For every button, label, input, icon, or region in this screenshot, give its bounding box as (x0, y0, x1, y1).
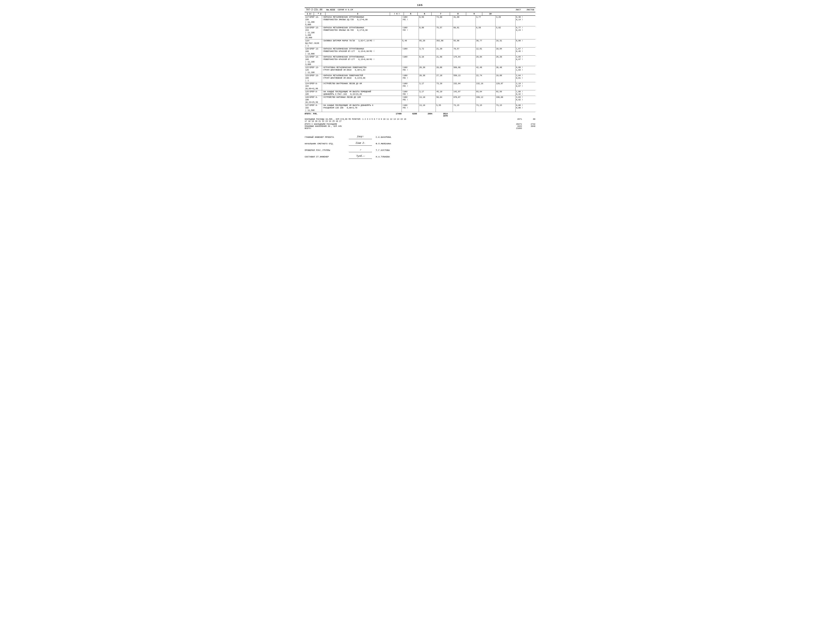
cell-c4: 0,56 (418, 16, 436, 26)
nakladnye-text: НАКЛАДНЫЕ РАСХОДЫ 16,50% , НУП К=0,00 ПО… (305, 118, 508, 120)
cell-desc: !НА КАЖДЫЕ ПОСЛЕДУЮЩИЕ 4М ВЫСОТЫ ПОМЕЩЕН… (322, 90, 402, 96)
stamp-label: Аа.XIII СЕРИЯ Н 0.СМ (326, 9, 512, 11)
cell-unit: 5,40 (401, 39, 418, 48)
sig-line-4: Тупб.— (349, 155, 372, 159)
itogo-s-nak-section: ИТОГО С НАКЛАДНЫМИ РАСХОДАМИ ПЛАНОВЫЕ НА… (305, 123, 535, 130)
nakladnye-row2: 17 18 19 20 21 22 23 24 25 26 27 (305, 120, 535, 122)
cell-c8: 5,82 (496, 26, 516, 39)
cell-c6: 670,07 (453, 96, 476, 104)
itogo-s-nak-text: ИТОГО С НАКЛАДНЫМИ РАСХОДАМИ ПЛАНОВЫЕ НА… (305, 123, 505, 130)
col-header-7: 7 (432, 12, 450, 15)
sig-title-1: ГЛАВНЫЙ ИНЖЕНЕР ПРОЕКТА (305, 136, 347, 138)
cell-unit: !100!!М2 ! (401, 26, 418, 39)
cell-c5: 75,57 (436, 26, 453, 39)
cell-desc: !ОКРАСКА МЕТАЛЛИЧЕСКИХ ОГРУНТОВАННЫХ!ПОВ… (322, 26, 402, 39)
cell-c7: 22,74 (476, 74, 496, 82)
table-row: 120!ЕРЕР 13-168| 13,000 !ОКРАСКА МЕТАЛЛИ… (305, 48, 535, 56)
sig-row-4: СОСТАВИЛ СТ.ИНЖЕНЕР Тупб.— Н.А.ТУВАЕВА (305, 155, 535, 159)
cell-c8: 10,94 (496, 48, 516, 56)
table-row: 125!ЕРЕР-8-195 !НА КАЖДЫЕ ПОСЛЕДУЮЩИЕ 4М… (305, 90, 535, 96)
cell-c8: 19,89 (496, 74, 516, 82)
cell-desc: !ОГРУНТОВКА МЕТАЛЛИЧЕСКИХ ПОВЕРХНОСТЕН!Г… (322, 66, 402, 74)
cell-c7: 6,59 (476, 26, 496, 39)
cell-c4: 20,30 (418, 74, 436, 82)
cell-unit: !100!!М2 ! (401, 104, 418, 112)
cell-unit: !100!!М2 ! (401, 96, 418, 104)
column-headers: 1 1! ^ 2 3 ! 4 ! 5 6 7 8 9 10 (305, 12, 535, 15)
cell-unit: !100!!М2 ! (401, 66, 418, 74)
nakladnye-section: НАКЛАДНЫЕ РАСХОДЫ 16,50% , НУП К=0,00 ПО… (305, 118, 535, 122)
cell-num: 124!ЕРЕР-8-19410,69+41,00 (305, 82, 322, 90)
cell-c9: 2,84 !0,81 ! (515, 74, 535, 82)
table-row: 117!ЕРЕР 13-150| 11,200 5,000 !ОКРАСКА М… (305, 16, 535, 26)
itogo-val4: 3514 1070 (436, 113, 448, 117)
col-header-1: 1 1! (305, 12, 314, 15)
cell-c7: 3,77 (476, 16, 496, 26)
sig-row-2: НАЧАЛЬНИК СМЕТНОГО ОТД. Ilwe 2- Ф.П.МИЛЕ… (305, 142, 535, 146)
cell-c9: 0,00 ! (515, 39, 535, 48)
cell-num: 123!ЕРЕР 13-169| 1 (305, 74, 322, 82)
main-table: 117!ЕРЕР 13-150| 11,200 5,000 !ОКРАСКА М… (305, 15, 535, 112)
cell-c6: 550,13 (453, 74, 476, 82)
sig-name-1: С.К.БАЧУРИНА (376, 136, 391, 138)
cell-c9: 2,19 !0,67 ! (515, 82, 535, 90)
itogo-s-nak-vals: 20271 1622 21893 (506, 123, 522, 130)
cell-c6: 142,97 (453, 90, 476, 96)
cell-unit: !100!!М2 ! (401, 90, 418, 96)
table-row: 122!ЕРЕР 13-126| 11,100 !ОГРУНТОВКА МЕТА… (305, 66, 535, 74)
sig-title-3: ПРОВЕРИЛ РУК!.ГРУППЫ (305, 149, 347, 151)
cell-unit: !100!!М2 ! (401, 82, 418, 90)
cell-desc: !ОКРАСКА МЕТАЛЛИЧЕСКИХ ПОВЕРХНОСТЕЙ!ГРУН… (322, 74, 402, 82)
cell-c9: 9,77 !0,23 ! (515, 26, 535, 39)
cell-c9: 3,65 !0,97 ! (515, 56, 535, 66)
itogo-val2: 6208 (405, 113, 417, 117)
itogo-s-nak-val4: 2732 3940 (524, 123, 535, 127)
doc-number: 707-2-22с.86 (306, 8, 322, 11)
cell-num: 118!ЕРЕР 13-153| 11,100 1,20015,000 (305, 26, 322, 39)
nakladnye-val2: 00 (524, 118, 535, 120)
col-header-10: 10 (482, 12, 499, 15)
cell-c5: 50,84 (436, 96, 453, 104)
cell-c5: 21,39 (436, 48, 453, 56)
cell-num: 117!ЕРЕР 13-150| 11,200 5,000 (305, 16, 322, 26)
cell-desc: !ОКРАСКА МЕТАЛЛИЧЕСКИХ ОГРУНТОВАННЫХ!ПОВ… (322, 16, 402, 26)
cell-desc: !УСТРОЙСТВО НАРУЖНЫХ ЛЕСОВ ДО 16М (322, 96, 402, 104)
cell-desc: !УСТРОЙСТВО ВНУТРЕННИХ ЛЕСОВ ДО 6М (322, 82, 402, 90)
cell-num: 125!ЕРЕР-8-195 (305, 90, 322, 96)
listov-label: ЛИСТОВ (527, 9, 534, 11)
cell-c4: 13,18 (418, 96, 436, 104)
table-row: 119!ЕД.РАС!.N136| 1 !ЗАЛИВКА БИТУМОМ МАР… (305, 39, 535, 48)
cell-c4: 13,18 (418, 104, 436, 112)
table-row: 124!ЕРЕР-8-19410,69+41,00 !УСТРОЙСТВО ВН… (305, 82, 535, 90)
signatures-section: ГЛАВНЫЙ ИНЖЕНЕР ПРОЕКТА ƒauy↑ С.К.БАЧУРИ… (305, 135, 535, 159)
table-row: 123!ЕРЕР 13-169| 1 !ОКРАСКА МЕТАЛЛИЧЕСКИ… (305, 74, 535, 82)
cell-c7: 93,64 (476, 90, 496, 96)
sig-line-3: ✓ (349, 148, 372, 152)
cell-c7: 132,16 (476, 82, 496, 90)
table-row: 118!ЕРЕР 13-153| 11,100 1,20015,000 !ОКР… (305, 26, 535, 39)
table-row: 121!ЕРЕР 13-168| 11,100 3,000 !ОКРАСКА М… (305, 56, 535, 66)
cell-c9: 6,09 !1,83 ! (515, 66, 535, 74)
col-header-6: 6 (418, 12, 432, 15)
cell-num: 119!ЕД.РАС!.N136| 1 (305, 39, 322, 48)
cell-c9: 1,67 !0,45 ! (515, 48, 535, 56)
cell-c4: 3,17 (418, 82, 436, 90)
col-header-2: ^ 2 (314, 12, 326, 15)
cell-unit: !100! (401, 48, 418, 56)
cell-c8: 3,29 (496, 16, 516, 26)
list-label: ЛИСТ (516, 9, 521, 11)
rub-label: РУБ. (313, 113, 318, 115)
sig-name-3: Т.Г.КУСТОВА (376, 149, 390, 151)
cell-num: 127!ЕРЕР 8-192| 11,500 (305, 104, 322, 112)
itogo-label: ИТОГО: (305, 113, 312, 115)
sig-row-3: ПРОВЕРИЛ РУК!.ГРУППЫ ✓ Т.Г.КУСТОВА (305, 148, 535, 152)
cell-c5: 74,98 (436, 16, 453, 26)
cell-c6: 73,15 (453, 104, 476, 112)
cell-c8: 92,56 (496, 90, 516, 96)
sig-line-2: Ilwe 2- (349, 142, 372, 146)
cell-c6: 79,57 (453, 48, 476, 56)
cell-c8: 26,20 (496, 56, 516, 66)
cell-num: 122!ЕРЕР 13-126| 11,100 (305, 66, 322, 74)
sig-name-2: Ф.П.МИЛЕХИНА (376, 143, 391, 145)
page-number: 105 (305, 4, 535, 7)
